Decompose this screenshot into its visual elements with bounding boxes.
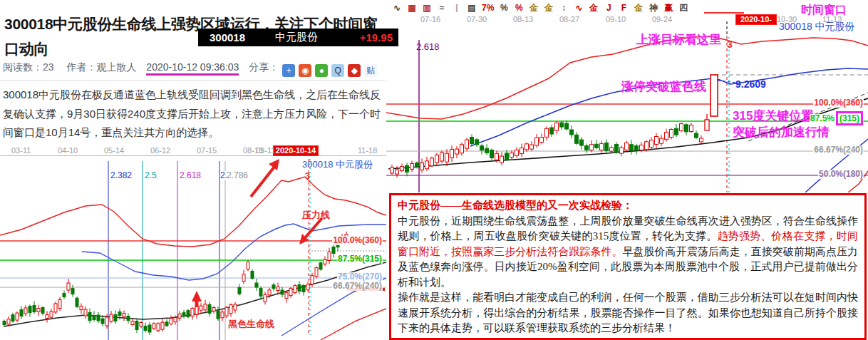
candlestick bbox=[251, 272, 254, 279]
left-chart-date-box: 2020-10-14 bbox=[273, 145, 319, 156]
candlestick bbox=[204, 304, 207, 310]
candlestick bbox=[191, 309, 194, 316]
candlestick bbox=[590, 145, 594, 150]
toolbar-icon-5[interactable]: ▤ bbox=[467, 3, 477, 12]
candlestick bbox=[695, 133, 698, 138]
candlestick bbox=[490, 150, 494, 158]
candlestick bbox=[680, 124, 683, 131]
x-axis-label: 07-15 bbox=[197, 146, 217, 155]
divider bbox=[0, 80, 386, 81]
tieba-icon[interactable]: 贴 bbox=[364, 64, 377, 77]
commentary-paragraph: 中元股份，近期围绕生命线震荡盘整，上周股价放量突破生命线再次进入强势区，符合生命… bbox=[398, 214, 858, 291]
x-axis-label: 11-18 bbox=[358, 146, 377, 155]
candlestick bbox=[289, 289, 292, 296]
commentary-text: 操作就是这样，能看明白才能变成自己的利润，任何一个股票，借助三步分析法可以在短时… bbox=[398, 292, 858, 334]
commentary-paragraph: 操作就是这样，能看明白才能变成自己的利润，任何一个股票，借助三步分析法可以在短时… bbox=[398, 290, 858, 336]
candlestick bbox=[298, 285, 301, 292]
candlestick bbox=[455, 149, 459, 154]
share-expand-icon[interactable]: + bbox=[282, 64, 295, 77]
candlestick bbox=[470, 138, 474, 144]
candlestick bbox=[410, 163, 414, 169]
toolbar-icon-6[interactable]: 7% bbox=[482, 3, 494, 12]
candlestick bbox=[110, 314, 113, 321]
candlestick bbox=[20, 310, 23, 316]
candlestick bbox=[700, 138, 703, 142]
toolbar-icon-3[interactable]: ≈ bbox=[437, 3, 447, 12]
candlestick bbox=[535, 138, 539, 145]
commentary-highlight: 中元股份——生命线选股模型的又一次实战检验： bbox=[398, 200, 633, 211]
right-chart bbox=[386, 21, 868, 192]
toolbar-icon-18[interactable]: 赢 bbox=[663, 2, 673, 12]
candlestick bbox=[311, 276, 314, 284]
candlestick bbox=[294, 286, 296, 293]
candlestick bbox=[272, 285, 275, 289]
candlestick bbox=[281, 290, 284, 294]
red-underline bbox=[704, 12, 744, 14]
toolbar-icon-19[interactable]: 四 bbox=[678, 2, 688, 12]
toolbar-icon-17[interactable]: 神 bbox=[649, 2, 658, 12]
candlestick bbox=[555, 123, 559, 130]
article-paragraph: 300018中元股份在极反通道蓝色上轨线受阻回调到黑色生命线，之后在生命线反复确… bbox=[3, 86, 386, 143]
candlestick bbox=[165, 322, 168, 326]
toolbar-icon-16[interactable]: 金 bbox=[634, 2, 644, 12]
chart-toolbar: ∿▦▥≈|▤7%%%金金↕∿金JF金神赢四 bbox=[389, 1, 868, 12]
x-axis-label: 05-14 bbox=[104, 146, 124, 155]
candlestick bbox=[605, 143, 609, 150]
qq-icon[interactable]: Q bbox=[331, 64, 344, 77]
share-icons: +◉●Q◆贴 bbox=[279, 61, 377, 73]
candlestick bbox=[675, 128, 678, 135]
candlestick bbox=[123, 314, 125, 317]
left-chart bbox=[0, 155, 386, 340]
candlestick bbox=[480, 146, 484, 150]
candlestick bbox=[58, 300, 61, 309]
candlestick bbox=[174, 318, 177, 322]
x-axis-label: 04-10 bbox=[58, 146, 78, 155]
toolbar-icon-0[interactable]: ∿ bbox=[392, 3, 402, 12]
toolbar-icon-1[interactable]: ▦ bbox=[407, 3, 417, 12]
wechat-icon[interactable]: ● bbox=[315, 64, 328, 77]
toolbar-icon-7[interactable]: % bbox=[499, 3, 509, 12]
candlestick bbox=[37, 309, 40, 312]
candlestick bbox=[345, 235, 348, 240]
candlestick bbox=[153, 324, 155, 329]
qzone-icon[interactable]: ◆ bbox=[348, 64, 361, 77]
candlestick bbox=[485, 148, 489, 153]
candlestick bbox=[420, 163, 424, 170]
publish-date: 2020-10-12 09:36:03 bbox=[146, 61, 239, 76]
toolbar-icon-2[interactable]: ▥ bbox=[422, 3, 432, 12]
ticker-code: 300018 bbox=[210, 31, 245, 43]
toolbar-icon-11[interactable]: ↕ bbox=[559, 3, 569, 12]
candlestick bbox=[50, 311, 53, 317]
toolbar-icon-4[interactable]: | bbox=[452, 3, 462, 12]
candlestick bbox=[97, 315, 100, 321]
candlestick bbox=[242, 274, 245, 282]
weibo-icon[interactable]: ◉ bbox=[299, 64, 311, 77]
candlestick bbox=[259, 289, 262, 297]
toolbar-icon-9[interactable]: 金 bbox=[529, 2, 539, 12]
toolbar-icon-15[interactable]: F bbox=[619, 3, 629, 12]
candlestick bbox=[148, 325, 151, 332]
ticker-change: +19.95 bbox=[360, 31, 393, 43]
candlestick bbox=[565, 123, 569, 129]
toolbar-icon-12[interactable]: ∿ bbox=[574, 3, 584, 12]
candlestick bbox=[645, 142, 649, 150]
toolbar-icon-14[interactable]: J bbox=[604, 3, 614, 12]
toolbar-icon-10[interactable]: 金 bbox=[544, 2, 554, 12]
candlestick bbox=[161, 322, 164, 329]
x-axis-label: 06-12 bbox=[150, 146, 170, 155]
candlestick bbox=[460, 145, 464, 153]
candlestick bbox=[440, 153, 444, 161]
candlestick bbox=[430, 158, 434, 166]
commentary-box: 中元股份——生命线选股模型的又一次实战检验：中元股份，近期围绕生命线震荡盘整，上… bbox=[389, 193, 867, 340]
candlestick bbox=[615, 145, 619, 153]
candlestick bbox=[640, 145, 644, 150]
candlestick bbox=[560, 123, 564, 127]
candlestick bbox=[247, 262, 249, 269]
candlestick bbox=[229, 305, 232, 314]
toolbar-icon-8[interactable]: % bbox=[514, 3, 524, 12]
candlestick bbox=[88, 313, 91, 321]
toolbar-icon-13[interactable]: 金 bbox=[589, 2, 599, 12]
candlestick bbox=[465, 140, 469, 148]
candlestick bbox=[302, 286, 305, 292]
candlestick bbox=[285, 293, 288, 299]
